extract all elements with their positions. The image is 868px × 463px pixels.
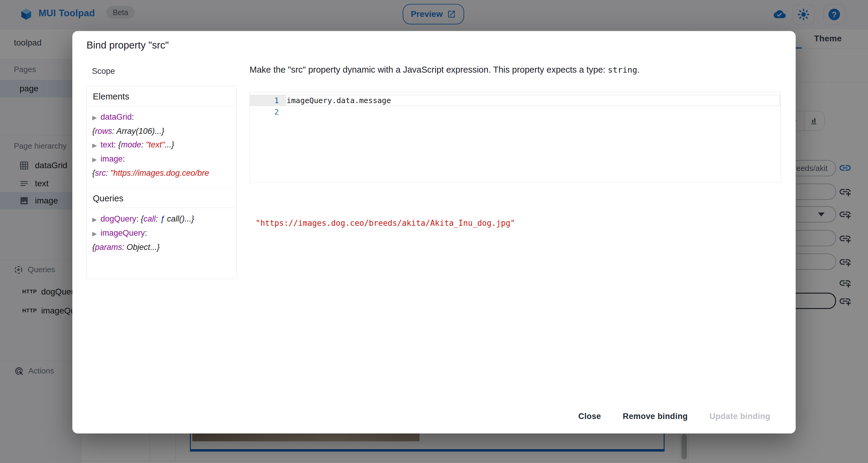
elements-header: Elements xyxy=(87,86,236,106)
tree-segment: ...} xyxy=(185,214,194,223)
dialog-title: Bind property "src" xyxy=(87,39,169,51)
tree-segment: : xyxy=(141,140,146,149)
bind-property-dialog: Bind property "src" Scope Elements ▶data… xyxy=(72,31,796,433)
screen: MUI Toolpad Beta Preview xyxy=(0,0,868,463)
tree-segment: "https://images.dog.ceo/bre xyxy=(110,168,209,178)
description-period: . xyxy=(637,65,640,74)
tree-segment: params xyxy=(95,243,122,252)
tree-segment: : xyxy=(145,228,147,238)
tree-segment: text xyxy=(100,140,114,149)
tree-segment: { xyxy=(141,214,144,223)
description-text: Make the "src" property dynamic with a J… xyxy=(250,65,608,74)
tree-segment: : xyxy=(132,113,134,121)
editor-line[interactable]: 1 imageQuery.data.message xyxy=(250,95,780,106)
dialog-description: Make the "src" property dynamic with a J… xyxy=(250,65,786,75)
expand-arrow-icon: ▶ xyxy=(92,230,97,237)
tree-segment: : xyxy=(136,214,141,223)
tree-line[interactable]: {src: "https://images.dog.ceo/bre xyxy=(92,166,236,180)
expression-code-editor[interactable]: 1 imageQuery.data.message 2 xyxy=(250,92,781,182)
tree-segment: dogQuery xyxy=(100,214,136,223)
queries-header: Queries xyxy=(87,188,236,208)
tree-segment: ...} xyxy=(164,140,174,149)
queries-tree: ▶dogQuery: {call: ƒ call()...}▶imageQuer… xyxy=(87,208,236,257)
tree-segment: mode xyxy=(121,140,141,149)
elements-tree: ▶dataGrid:{rows: Array(106)...}▶text: {m… xyxy=(87,106,236,188)
tree-segment: : xyxy=(114,140,118,149)
tree-segment: call() xyxy=(165,214,185,223)
expand-arrow-icon: ▶ xyxy=(92,156,97,163)
expand-arrow-icon: ▶ xyxy=(92,142,97,149)
tree-line[interactable]: ▶text: {mode: "text"...} xyxy=(92,138,236,152)
tree-segment: imageQuery xyxy=(100,228,145,238)
tree-segment: { xyxy=(118,140,121,149)
expected-type: string xyxy=(608,65,638,74)
expand-arrow-icon: ▶ xyxy=(92,216,97,223)
tree-segment: src xyxy=(95,168,106,178)
line-number: 2 xyxy=(250,107,279,116)
close-button[interactable]: Close xyxy=(572,408,608,425)
tree-segment: rows xyxy=(95,127,112,136)
tree-line[interactable]: {params: Object...} xyxy=(92,241,236,254)
tree-line[interactable]: ▶dataGrid: xyxy=(92,110,236,124)
line-number: 1 xyxy=(250,96,279,105)
tree-segment: Array(106) xyxy=(116,127,155,136)
editor-code: imageQuery.data.message xyxy=(286,96,391,105)
tree-segment: : xyxy=(106,168,110,178)
editor-line[interactable]: 2 xyxy=(250,106,780,118)
tree-line[interactable]: ▶image: xyxy=(92,152,236,166)
tree-segment: ...} xyxy=(155,127,164,136)
tree-segment: dataGrid xyxy=(100,113,132,121)
tree-line[interactable]: ▶dogQuery: {call: ƒ call()...} xyxy=(92,212,236,226)
tree-segment: { xyxy=(92,127,95,136)
evaluated-result-value: "https://images.dog.ceo/breeds/akita/Aki… xyxy=(255,219,515,227)
tree-segment: : xyxy=(122,243,127,252)
expand-arrow-icon: ▶ xyxy=(92,114,97,121)
tree-segment: : xyxy=(123,154,125,163)
tree-segment: : xyxy=(156,214,160,223)
update-binding-button[interactable]: Update binding xyxy=(703,408,777,425)
tree-segment: : xyxy=(112,127,116,136)
dialog-footer: Close Remove binding Update binding xyxy=(72,407,796,425)
tree-segment: call xyxy=(144,214,156,223)
tree-segment: { xyxy=(92,243,95,252)
tree-segment: "text" xyxy=(146,140,165,149)
tree-segment: { xyxy=(92,168,95,178)
tree-segment: ...} xyxy=(150,243,160,252)
tree-line[interactable]: ▶imageQuery: xyxy=(92,226,236,241)
remove-binding-button[interactable]: Remove binding xyxy=(616,408,694,425)
scope-browser-panel: Elements ▶dataGrid:{rows: Array(106)...}… xyxy=(87,86,237,279)
tree-segment: image xyxy=(100,154,123,163)
scope-label: Scope xyxy=(92,67,115,76)
tree-segment: Object xyxy=(127,243,150,252)
tree-line[interactable]: {rows: Array(106)...} xyxy=(92,124,236,138)
tree-segment: ƒ xyxy=(160,214,165,223)
